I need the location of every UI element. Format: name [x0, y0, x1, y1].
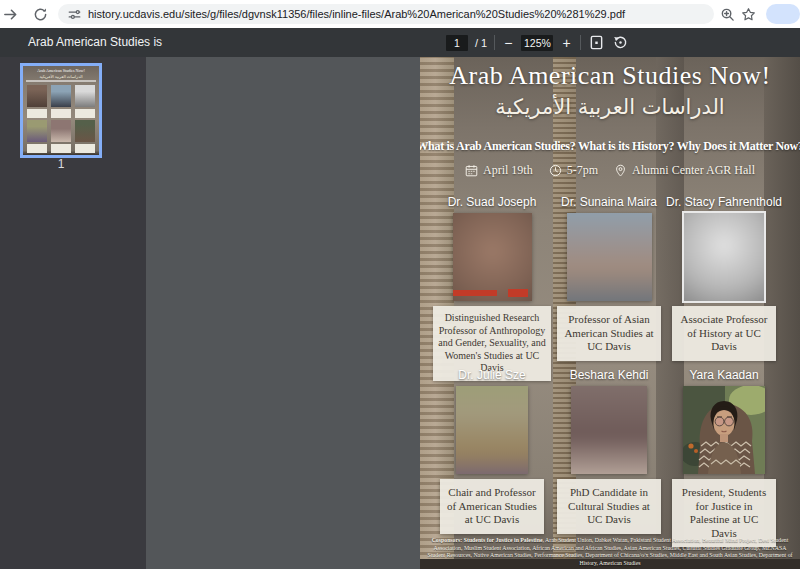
thumb-photo — [51, 120, 71, 142]
speaker-cell: Dr. Stacy Fahrenthold Associate Professo… — [665, 195, 783, 361]
pdf-document-title: Arab American Studies is — [28, 28, 162, 57]
location-pin-icon — [614, 164, 627, 177]
thumbnail-page-number: 1 — [20, 157, 102, 171]
forward-icon[interactable] — [2, 6, 18, 22]
profile-chip[interactable] — [766, 4, 800, 24]
site-info-icon[interactable] — [68, 8, 81, 21]
event-time-item: 5-7pm — [549, 163, 598, 178]
thumb-photo — [51, 85, 71, 107]
speaker-cell: Dr. Julie Sze Chair and Professor of Ame… — [433, 368, 551, 534]
cosponsors-lead: Cosponsors: Students for Justice in Pale… — [432, 537, 543, 543]
thumb-photo — [27, 120, 47, 142]
thumb-card — [27, 144, 47, 153]
flyer-question-line: What is Arab American Studies? What is i… — [420, 139, 800, 154]
pdf-page: Arab American Studies Now! الدراسات العر… — [420, 57, 800, 569]
thumb-card — [27, 109, 47, 118]
zoom-in-button[interactable]: + — [560, 36, 572, 50]
speaker-photo — [453, 213, 532, 301]
thumbnail-sidebar: Arab American Studies Now! الدراسات العر… — [0, 57, 146, 569]
thumb-photo — [27, 85, 47, 107]
calendar-icon — [465, 164, 478, 177]
page-count-label: / 1 — [475, 37, 487, 49]
speaker-role-card: PhD Candidate in Cultural Studies at UC … — [557, 479, 661, 534]
thumbnail-mini-flyer: Arab American Studies Now! الدراسات العر… — [23, 66, 99, 155]
speaker-role-card: Chair and Professor of American Studies … — [440, 479, 544, 534]
speaker-name: Beshara Kehdi — [550, 368, 668, 383]
url-bar[interactable]: history.ucdavis.edu/sites/g/files/dgvnsk… — [58, 4, 714, 24]
thumb-question-line — [26, 80, 96, 82]
thumb-card — [51, 144, 71, 153]
url-text[interactable]: history.ucdavis.edu/sites/g/files/dgvnsk… — [88, 8, 625, 20]
flyer-arabic-title: الدراسات العربية الأمريكية — [420, 95, 800, 119]
speaker-name: Dr. Stacy Fahrenthold — [665, 195, 783, 210]
page-number-input[interactable]: 1 — [446, 35, 468, 51]
speaker-name: Dr. Sunaina Maira — [550, 195, 668, 210]
speaker-cell: Yara Kaadan — [665, 368, 783, 547]
thumb-card — [75, 144, 95, 153]
event-location: Alumni Center AGR Hall — [632, 163, 755, 178]
browser-toolbar: history.ucdavis.edu/sites/g/files/dgvnsk… — [0, 0, 800, 28]
event-time: 5-7pm — [567, 163, 598, 178]
thumb-card — [51, 109, 71, 118]
speaker-name: Dr. Suad Joseph — [433, 195, 551, 210]
speaker-photo — [684, 213, 764, 301]
speaker-cell: Beshara Kehdi PhD Candidate in Cultural … — [550, 368, 668, 534]
cosponsors-text: Cosponsors: Students for Justice in Pale… — [426, 537, 794, 567]
thumb-title: Arab American Studies Now! — [23, 68, 99, 73]
event-location-item: Alumni Center AGR Hall — [614, 163, 755, 178]
clock-icon — [549, 164, 562, 177]
fit-to-page-icon[interactable] — [588, 34, 605, 51]
yara-portrait-illustration — [683, 386, 765, 474]
thumb-photo — [75, 85, 95, 107]
thumb-arabic: الدراسات العربية الأمريكية — [23, 74, 99, 79]
bookmark-star-icon[interactable] — [741, 7, 756, 22]
speaker-name: Dr. Julie Sze — [433, 368, 551, 383]
toolbar-divider — [580, 35, 581, 50]
speaker-photo — [567, 213, 652, 301]
speaker-name: Yara Kaadan — [665, 368, 783, 383]
reload-icon[interactable] — [32, 6, 48, 22]
pdf-viewer-content: Arab American Studies Now! الدراسات العر… — [0, 57, 800, 569]
page-thumbnail[interactable]: Arab American Studies Now! الدراسات العر… — [20, 63, 102, 158]
event-date: April 19th — [483, 163, 533, 178]
zoom-out-button[interactable]: − — [502, 36, 514, 50]
toolbar-divider — [494, 35, 495, 50]
speaker-role-card: Professor of Asian American Studies at U… — [557, 306, 661, 361]
viewer-background: Arab American Studies Now! الدراسات العر… — [146, 57, 800, 569]
event-date-item: April 19th — [465, 163, 533, 178]
speaker-cell: Dr. Suad Joseph Distinguished Research P… — [433, 195, 551, 381]
event-details-row: April 19th 5-7pm Alumni Center AGR Hall — [420, 163, 800, 178]
thumb-photo — [75, 120, 95, 142]
speaker-photo — [571, 386, 647, 474]
pdf-toolbar: Arab American Studies is 1 / 1 − 125% + — [0, 28, 800, 57]
speaker-role-card: Associate Professor of History at UC Dav… — [672, 306, 776, 361]
thumb-card — [75, 109, 95, 118]
speaker-photo — [683, 386, 765, 474]
zoom-indicator-icon[interactable] — [720, 7, 735, 22]
speaker-cell: Dr. Sunaina Maira Professor of Asian Ame… — [550, 195, 668, 361]
flyer-title: Arab American Studies Now! — [420, 61, 800, 91]
rotate-icon[interactable] — [612, 34, 629, 51]
zoom-level-value: 125% — [521, 35, 553, 51]
speaker-photo — [456, 386, 528, 474]
